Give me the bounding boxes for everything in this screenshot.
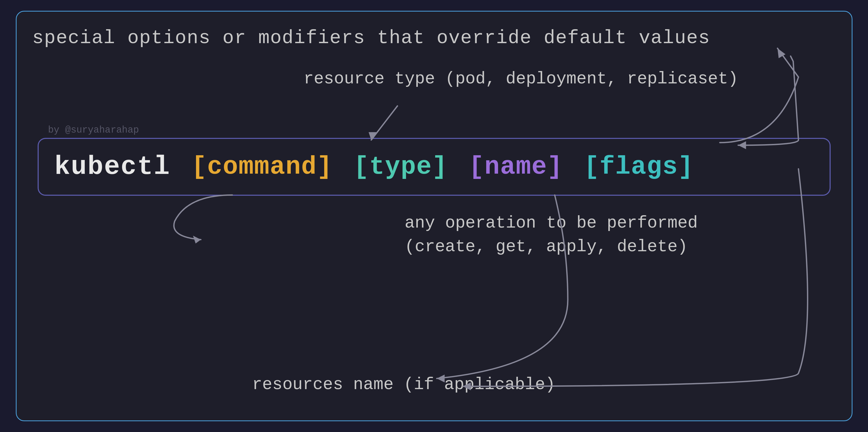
kubectl-label: kubectl: [55, 152, 170, 182]
top-annotation-text: special options or modifiers that overri…: [32, 27, 799, 49]
command-box: kubectl [command] [type] [name] [flags]: [38, 138, 831, 196]
type-token: [type]: [353, 153, 448, 181]
resource-type-annotation: resource type (pod, deployment, replicas…: [304, 69, 738, 88]
operation-line1: any operation to be performed: [405, 212, 698, 235]
command-token: [command]: [191, 153, 333, 181]
svg-marker-3: [193, 236, 201, 244]
main-card: special options or modifiers that overri…: [16, 11, 852, 421]
name-token: [name]: [469, 153, 563, 181]
flags-token: [flags]: [584, 153, 693, 181]
operation-annotation: any operation to be performed (create, g…: [405, 212, 698, 258]
resources-name-annotation: resources name (if applicable): [252, 375, 555, 394]
credit-text: by @suryaharahap: [48, 125, 139, 135]
operation-line2: (create, get, apply, delete): [405, 235, 698, 259]
